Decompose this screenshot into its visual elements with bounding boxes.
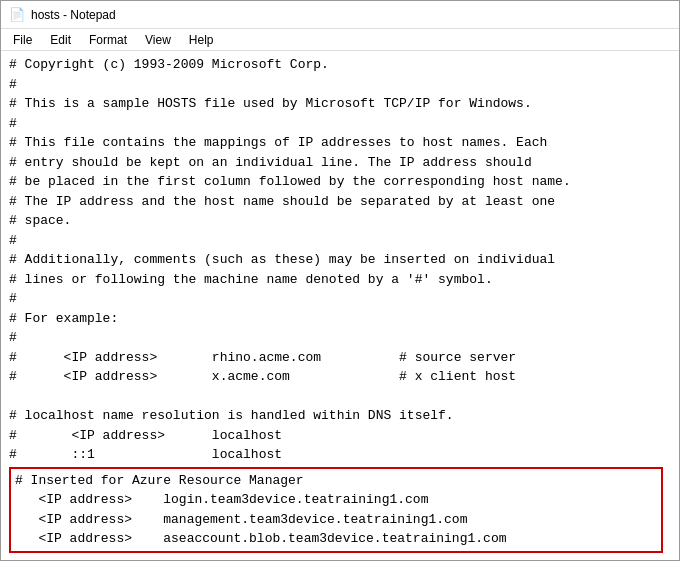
- menu-file[interactable]: File: [5, 31, 40, 49]
- highlighted-section: # Inserted for Azure Resource Manager <I…: [9, 467, 663, 553]
- menu-bar: File Edit Format View Help: [1, 29, 679, 51]
- text-body: # Copyright (c) 1993-2009 Microsoft Corp…: [9, 55, 671, 465]
- highlighted-line-4: <IP address> aseaccount.blob.team3device…: [15, 529, 657, 549]
- title-bar: 📄 hosts - Notepad: [1, 1, 679, 29]
- window-title: hosts - Notepad: [31, 8, 116, 22]
- menu-view[interactable]: View: [137, 31, 179, 49]
- app-icon: 📄: [9, 7, 25, 23]
- highlighted-line-1: # Inserted for Azure Resource Manager: [15, 471, 657, 491]
- notepad-window: 📄 hosts - Notepad File Edit Format View …: [0, 0, 680, 561]
- menu-edit[interactable]: Edit: [42, 31, 79, 49]
- highlighted-line-3: <IP address> management.team3device.teat…: [15, 510, 657, 530]
- text-editor[interactable]: # Copyright (c) 1993-2009 Microsoft Corp…: [1, 51, 679, 560]
- menu-help[interactable]: Help: [181, 31, 222, 49]
- highlighted-line-2: <IP address> login.team3device.teatraini…: [15, 490, 657, 510]
- menu-format[interactable]: Format: [81, 31, 135, 49]
